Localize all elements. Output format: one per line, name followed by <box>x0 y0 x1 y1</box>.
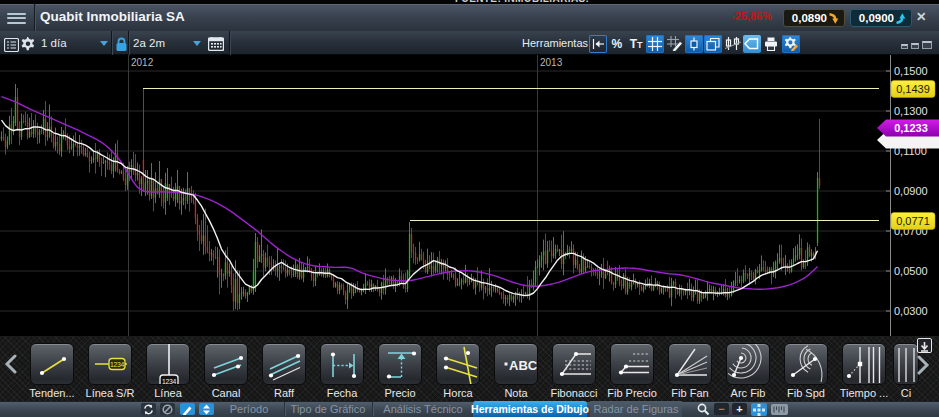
svg-text:0,0300: 0,0300 <box>894 305 928 317</box>
svg-text:0,1233: 0,1233 <box>894 122 928 134</box>
svg-text:2012: 2012 <box>131 57 154 68</box>
svg-text:1234: 1234 <box>162 378 176 385</box>
svg-text:1234: 1234 <box>110 361 124 368</box>
svg-text:0,0500: 0,0500 <box>894 265 928 277</box>
svg-text:0,1500: 0,1500 <box>894 65 928 77</box>
svg-text:ABC: ABC <box>509 358 538 373</box>
svg-text:0,0771: 0,0771 <box>896 215 930 227</box>
svg-text:2013: 2013 <box>540 57 563 68</box>
svg-text:0,1439: 0,1439 <box>896 83 930 95</box>
svg-text:0,1300: 0,1300 <box>894 105 928 117</box>
svg-text:0,0900: 0,0900 <box>894 185 928 197</box>
